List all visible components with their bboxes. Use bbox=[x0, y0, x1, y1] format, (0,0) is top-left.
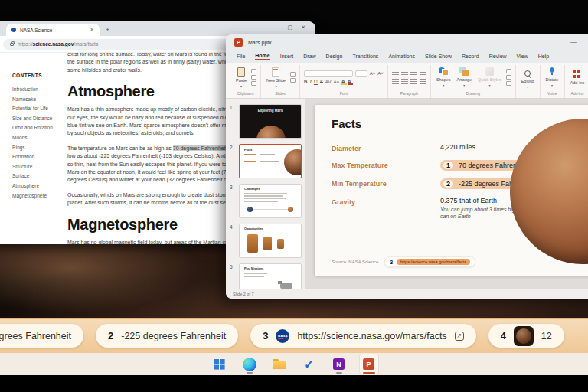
contents-link[interactable]: Potential for Life bbox=[12, 104, 61, 114]
contents-link[interactable]: Structure bbox=[12, 162, 61, 172]
ppt-menu-file[interactable]: File bbox=[237, 54, 245, 59]
clipboard-small-buttons[interactable] bbox=[251, 69, 256, 86]
font-size-box[interactable] bbox=[355, 70, 368, 77]
tab-title: NASA Science bbox=[20, 28, 86, 33]
ribbon-group-paragraph: Paragraph bbox=[388, 65, 431, 98]
url-text: https://science.nasa.gov/mars/facts bbox=[18, 41, 98, 47]
contents-list: IntroductionNamesakePotential for LifeSi… bbox=[12, 85, 61, 201]
ppt-menu-draw[interactable]: Draw bbox=[303, 54, 315, 59]
paste-button[interactable]: Paste▾ bbox=[234, 67, 248, 89]
bold-button: B bbox=[304, 79, 308, 85]
ppt-status-bar: Slide 2 of 7 bbox=[226, 289, 588, 299]
contents-link[interactable]: Introduction bbox=[12, 85, 61, 95]
contents-link[interactable]: Magnetosphere bbox=[12, 191, 61, 201]
font-format-buttons[interactable]: B I U S AV Aa A A bbox=[304, 79, 351, 85]
taskbar-powerpoint[interactable]: P bbox=[359, 354, 379, 374]
page-contents-sidebar: CONTENTS IntroductionNamesakePotential f… bbox=[0, 53, 61, 244]
list-buttons[interactable] bbox=[392, 70, 426, 76]
suggestion-pill-1[interactable]: 170 degrees Fahrenheit bbox=[0, 324, 83, 348]
suggestion-pill-4[interactable]: 412 bbox=[488, 324, 564, 348]
onenote-icon: N bbox=[333, 358, 345, 370]
slide-thumbnail-2-selected[interactable]: Facts bbox=[239, 144, 302, 178]
slide-thumbnail-1[interactable]: Exploring Mars bbox=[239, 104, 302, 139]
desktop: NASA Science ✕ + ▢ ✕ https://science.nas… bbox=[0, 0, 588, 392]
powerpoint-app-icon: P bbox=[234, 38, 243, 47]
slide-thumbnail-3[interactable]: Challenges bbox=[239, 184, 302, 218]
taskbar-edge[interactable] bbox=[240, 354, 260, 374]
ppt-minimize-button[interactable]: — bbox=[570, 38, 577, 45]
contents-link[interactable]: Namesake bbox=[12, 95, 61, 105]
add-ins-button[interactable]: Add-ins bbox=[569, 70, 586, 86]
taskbar-file-explorer[interactable] bbox=[270, 354, 289, 374]
contents-heading: CONTENTS bbox=[12, 73, 61, 78]
contents-link[interactable]: Moons bbox=[12, 133, 61, 143]
start-button[interactable] bbox=[210, 354, 230, 374]
ppt-menu-insert[interactable]: Insert bbox=[280, 54, 294, 59]
contents-link[interactable]: Size and Distance bbox=[12, 114, 61, 124]
nasa-logo-icon: NASA bbox=[276, 329, 289, 343]
ppt-menu-home[interactable]: Home bbox=[255, 53, 270, 60]
checkmark-icon: ✓ bbox=[304, 358, 314, 370]
ppt-ribbon: Paste▾ Clipboard New Slide▾ bbox=[226, 63, 588, 99]
ppt-menu-view[interactable]: View bbox=[517, 54, 528, 59]
suggestion-pill-2[interactable]: 2-225 degrees Fahrenheit bbox=[96, 324, 238, 348]
fact-label: Max Temperature bbox=[332, 160, 440, 169]
edge-icon bbox=[243, 358, 256, 371]
italic-button: I bbox=[310, 79, 312, 85]
browser-tab[interactable]: NASA Science ✕ bbox=[6, 24, 100, 36]
contents-link[interactable]: Formation bbox=[12, 152, 61, 162]
ppt-menu-design[interactable]: Design bbox=[326, 54, 343, 59]
taskbar-todo[interactable]: ✓ bbox=[299, 354, 319, 374]
mars-image bbox=[284, 149, 302, 175]
ppt-menu-review[interactable]: Review bbox=[489, 54, 507, 59]
ribbon-group-addins: Add-ins Add-ins bbox=[565, 65, 588, 98]
slide-thumbnail-4[interactable]: Opportunities bbox=[239, 224, 302, 258]
address-bar[interactable]: https://science.nasa.gov/mars/facts bbox=[3, 39, 260, 50]
ppt-menu-slide-show[interactable]: Slide Show bbox=[425, 54, 452, 59]
contents-link[interactable]: Surface bbox=[12, 172, 61, 181]
source-citation-pill[interactable]: 3 https://science.nasa.gov/mars/facts bbox=[384, 256, 475, 267]
contents-link[interactable]: Atmosphere bbox=[12, 181, 61, 191]
new-tab-button[interactable]: + bbox=[106, 26, 109, 34]
grow-font-button[interactable]: A˄ bbox=[370, 71, 376, 76]
source-row: Source: NASA Science 3 https://science.n… bbox=[332, 256, 475, 267]
slide-facts[interactable]: Facts Diameter4,220 milesMax Temperature… bbox=[315, 105, 588, 276]
shapes-button[interactable]: Shapes▾ bbox=[435, 67, 452, 88]
pill-text: -225 degrees Fahrenheit bbox=[121, 331, 226, 341]
lock-icon bbox=[10, 43, 14, 46]
tab-close-icon[interactable]: ✕ bbox=[90, 27, 94, 33]
arrange-button[interactable]: Arrange▾ bbox=[456, 67, 474, 88]
editing-button[interactable]: Editing▾ bbox=[520, 70, 536, 90]
slides-small-buttons[interactable] bbox=[290, 72, 296, 83]
ribbon-group-slides: New Slide▾ Slides bbox=[261, 65, 300, 98]
mars-image bbox=[256, 126, 286, 139]
slide-thumbnail-5[interactable]: Past Missions bbox=[239, 263, 302, 289]
font-name-box[interactable] bbox=[304, 70, 353, 77]
new-slide-icon bbox=[272, 67, 279, 77]
quick-styles-button[interactable]: Quick Styles▾ bbox=[476, 67, 503, 88]
browser-close-button[interactable]: ✕ bbox=[301, 24, 305, 31]
taskbar-onenote[interactable]: N bbox=[329, 354, 349, 374]
ppt-menu-animations[interactable]: Animations bbox=[388, 54, 415, 59]
contents-link[interactable]: Orbit and Rotation bbox=[12, 123, 61, 133]
new-slide-button[interactable]: New Slide▾ bbox=[265, 67, 287, 89]
ppt-menu-help[interactable]: Help bbox=[538, 54, 549, 59]
contents-link[interactable]: Rings bbox=[12, 143, 61, 153]
quick-styles-icon bbox=[485, 67, 494, 76]
drawing-small-buttons[interactable] bbox=[506, 69, 511, 86]
align-buttons[interactable] bbox=[392, 79, 426, 85]
browser-maximize-button[interactable]: ▢ bbox=[288, 24, 293, 31]
windows-logo-icon bbox=[214, 359, 225, 370]
dictate-button[interactable]: Dictate▾ bbox=[544, 67, 560, 88]
suggestion-pill-3[interactable]: 3NASAhttps://science.nasa.gov/mars/facts… bbox=[250, 324, 475, 348]
shrink-font-button[interactable]: A˅ bbox=[377, 71, 384, 76]
ppt-menu-record[interactable]: Record bbox=[462, 54, 479, 59]
shapes-icon bbox=[439, 67, 449, 76]
underline-button: U bbox=[314, 79, 318, 85]
ppt-menu-transitions[interactable]: Transitions bbox=[352, 54, 378, 59]
taskbar: ✓ N P bbox=[0, 353, 588, 375]
rover-image bbox=[277, 282, 297, 289]
ribbon-group-drawing: Shapes▾ Arrange▾ Quick Styles▾ Drawing bbox=[431, 65, 516, 98]
fact-value: 4,220 miles bbox=[440, 143, 475, 151]
pill-badge: 2 bbox=[108, 330, 113, 341]
